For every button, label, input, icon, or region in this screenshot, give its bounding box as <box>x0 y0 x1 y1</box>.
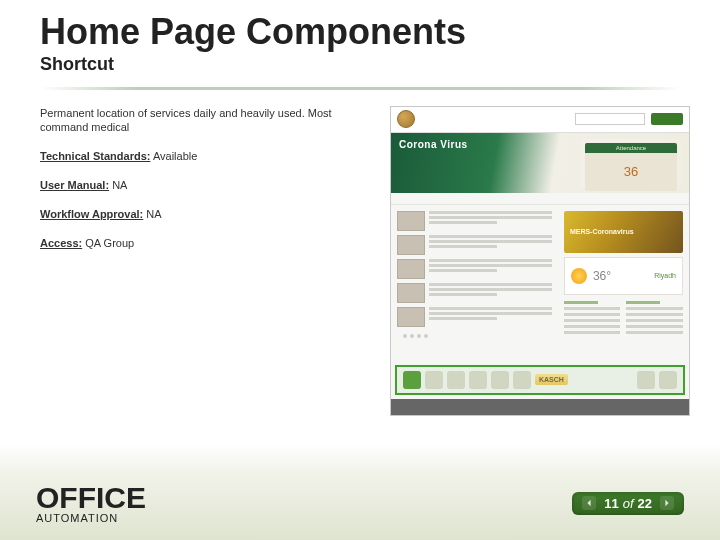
embedded-screenshot: Corona Virus Attendance 36 <box>390 106 690 416</box>
screenshot-header <box>391 107 689 133</box>
shortcut-icon <box>403 371 421 389</box>
mers-banner: MERS-Coronavirus <box>564 211 683 253</box>
field-value: NA <box>143 208 161 220</box>
field-label: Workflow Approval: <box>40 208 143 220</box>
city-label: Riyadh <box>654 272 676 279</box>
page-of: of <box>623 496 634 511</box>
next-slide-button[interactable] <box>660 496 674 510</box>
screenshot-banner: Corona Virus Attendance 36 <box>391 133 689 193</box>
slide-subtitle: Shortcut <box>40 54 680 75</box>
field-workflow-approval: Workflow Approval: NA <box>40 207 370 222</box>
thumbnail-icon <box>397 235 425 255</box>
list-item <box>397 283 552 303</box>
list-item <box>397 259 552 279</box>
weather-widget: 36° Riyadh <box>564 257 683 295</box>
slide-title: Home Page Components <box>40 12 680 52</box>
brand-title: OFFICE <box>36 483 146 513</box>
chevron-right-icon <box>663 499 671 507</box>
field-value: NA <box>109 179 127 191</box>
shortcut-icon <box>491 371 509 389</box>
field-value: Available <box>150 150 197 162</box>
page-total: 22 <box>638 496 652 511</box>
field-technical-standards: Technical Standards: Available <box>40 149 370 164</box>
text-column: Permanent location of services daily and… <box>40 106 370 416</box>
thumbnail-icon <box>397 283 425 303</box>
quick-links <box>564 299 683 364</box>
field-label: User Manual: <box>40 179 109 191</box>
attendance-value: 36 <box>624 164 638 179</box>
description-text: Permanent location of services daily and… <box>40 106 370 136</box>
shortcut-icon <box>425 371 443 389</box>
shortcut-icon <box>447 371 465 389</box>
field-value: QA Group <box>82 237 134 249</box>
temperature-value: 36° <box>593 269 611 283</box>
shortcut-icon <box>469 371 487 389</box>
logo-icon <box>397 110 415 128</box>
pagination-dots <box>403 334 552 338</box>
banner-title: Corona Virus <box>399 139 571 150</box>
slide-pager: 11 of 22 <box>572 492 684 515</box>
shortcut-icon <box>513 371 531 389</box>
field-access: Access: QA Group <box>40 236 370 251</box>
thumbnail-icon <box>397 211 425 231</box>
field-label: Access: <box>40 237 82 249</box>
thumbnail-icon <box>397 307 425 327</box>
list-item <box>397 235 552 255</box>
chevron-left-icon <box>585 499 593 507</box>
brand-block: OFFICE AUTOMATION <box>36 483 146 524</box>
list-item <box>397 307 552 327</box>
screenshot-footer <box>391 399 689 415</box>
kasch-label: KASCH <box>535 374 568 385</box>
attendance-widget: Attendance 36 <box>581 139 681 187</box>
sun-icon <box>571 268 587 284</box>
thumbnail-icon <box>397 259 425 279</box>
attendance-label: Attendance <box>585 143 677 153</box>
shortcut-icon <box>659 371 677 389</box>
field-label: Technical Standards: <box>40 150 150 162</box>
search-input <box>575 113 645 125</box>
page-current: 11 <box>604 496 618 511</box>
screenshot-subheader <box>391 193 689 205</box>
list-item <box>397 211 552 231</box>
shortcut-highlight: KASCH <box>395 365 685 395</box>
shortcut-icon <box>637 371 655 389</box>
brand-subtitle: AUTOMATION <box>36 513 146 524</box>
prev-slide-button[interactable] <box>582 496 596 510</box>
field-user-manual: User Manual: NA <box>40 178 370 193</box>
login-button <box>651 113 683 125</box>
news-list <box>391 205 558 370</box>
